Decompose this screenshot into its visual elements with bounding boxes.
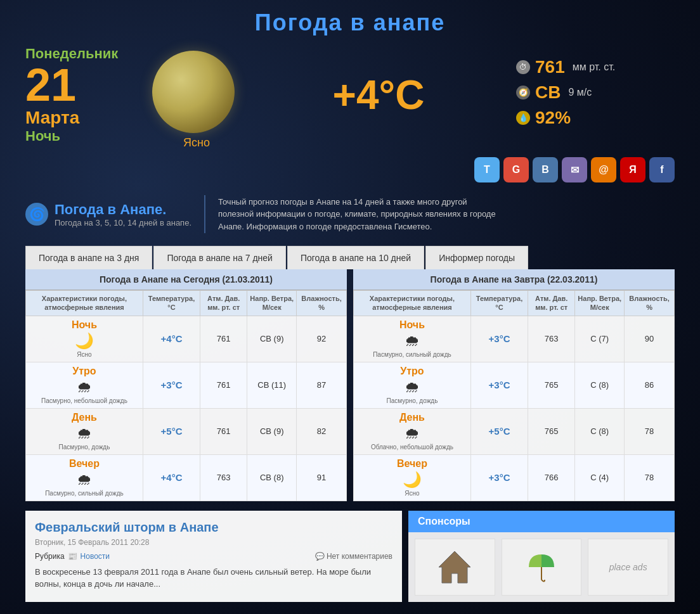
temp-cell: +4°C (143, 316, 200, 362)
sponsor-item-2[interactable] (502, 539, 582, 596)
pressure-cell: 761 (200, 316, 247, 362)
col-pressure: Атм. Дав. мм. рт. ст (528, 291, 575, 316)
pressure-cell: 765 (528, 362, 575, 408)
sponsor-item-3[interactable]: place ads (588, 539, 668, 596)
sponsors-content: place ads (408, 532, 675, 602)
humidity-cell: 91 (297, 454, 347, 501)
wind-direction: СВ (535, 82, 561, 103)
col-temp: Температура, °С (143, 291, 200, 316)
wind-cell: СВ (11) (247, 362, 297, 408)
twitter-button[interactable]: T (474, 157, 500, 182)
month-name: Марта (25, 108, 139, 128)
pressure-cell: 761 (200, 362, 247, 408)
rubrika-label: Рубрика (35, 552, 65, 561)
col-wind: Напр. Ветра, М/сек (575, 291, 625, 316)
wind-cell: СВ (8) (247, 454, 297, 501)
google-button[interactable]: G (503, 157, 529, 182)
today-header: Погода в Анапе на Сегодня (21.03.2011) (25, 269, 347, 290)
logo-subtext: Погода на 3, 5, 10, 14 дней в анапе. (55, 218, 191, 227)
news-comments: 💬 Нет комментариев (315, 552, 392, 561)
tomorrow-header: Погода в Анапе на Завтра (22.03.2011) (353, 269, 675, 290)
pressure-cell: 765 (528, 408, 575, 454)
period-icon-cell: Вечер 🌙 Ясно (354, 454, 471, 501)
news-text: В воскресенье 13 февраля 2011 года в Ана… (35, 566, 392, 591)
pressure-cell: 763 (528, 316, 575, 362)
period-icon-cell: Ночь 🌙 Ясно (26, 316, 143, 362)
wind-cell: С (8) (575, 362, 625, 408)
table-row: Утро 🌧 Пасмурно, дождь +3°C 765 С (8) 86 (354, 362, 675, 408)
top-section: Понедельник 21 Марта Ночь Ясно +4°C ⏱ 76… (0, 39, 700, 151)
social-icons: T G В ✉ @ Я f (0, 151, 700, 189)
umbrella-icon (522, 548, 561, 586)
tab-7days[interactable]: Погода в анапе на 7 дней (153, 246, 285, 269)
wind-icon: 🧭 (516, 86, 530, 99)
mail-button[interactable]: ✉ (562, 157, 587, 182)
news-title: Февральский шторм в Анапе (35, 520, 392, 535)
today-table: Характеристики погоды, атмосферные явлен… (25, 290, 347, 501)
site-logo: 🌀 Погода в Анапе. Погода на 3, 5, 10, 14… (25, 201, 191, 227)
humidity-cell: 78 (625, 454, 675, 501)
humidity-cell: 78 (625, 408, 675, 454)
tab-informer[interactable]: Информер погоды (425, 246, 528, 269)
col-temp: Температура, °С (470, 291, 528, 316)
pressure-icon: ⏱ (516, 60, 530, 74)
period-icon-cell: Вечер 🌧 Пасмурно, сильный дождь (26, 454, 143, 501)
temp-cell: +3°C (470, 316, 528, 362)
mailru-button[interactable]: @ (591, 157, 616, 182)
logo-info: Погода в Анапе. Погода на 3, 5, 10, 14 д… (55, 201, 191, 227)
news-meta: Вторник, 15 Февраль 2011 20:28 (35, 538, 392, 547)
comments-text: Нет комментариев (327, 552, 392, 561)
temp-cell: +5°C (143, 408, 200, 454)
vk-button[interactable]: В (533, 157, 558, 182)
humidity-cell: 92 (297, 316, 347, 362)
col-humidity: Влажность, % (625, 291, 675, 316)
pressure-unit: мм рт. ст. (573, 61, 615, 73)
today-card: Погода в Анапе на Сегодня (21.03.2011) Х… (25, 269, 347, 501)
humidity-cell: 86 (625, 362, 675, 408)
humidity-cell: 82 (297, 408, 347, 454)
svg-marker-0 (439, 551, 470, 583)
nav-tabs: Погода в анапе на 3 дня Погода в анапе н… (25, 246, 675, 269)
col-characteristics: Характеристики погоды, атмосферные явлен… (354, 291, 471, 316)
wind-speed: 9 м/с (568, 87, 592, 98)
house-icon (436, 548, 474, 586)
wind-cell: С (4) (575, 454, 625, 501)
table-row: Вечер 🌧 Пасмурно, сильный дождь +4°C 763… (26, 454, 347, 501)
pressure-cell: 763 (200, 454, 247, 501)
col-wind: Напр. Ветра, М/сек (247, 291, 297, 316)
table-row: День 🌧 Пасмурно, дождь +5°C 761 СВ (9) 8… (26, 408, 347, 454)
yandex-button[interactable]: Я (620, 157, 645, 182)
wind-cell: С (8) (575, 408, 625, 454)
news-rubrika: Рубрика 📰 Новости 💬 Нет комментариев (35, 552, 392, 561)
sponsors-header: Спонсоры (408, 511, 675, 532)
table-row: Ночь 🌧 Пасмурно, сильный дождь +3°C 763 … (354, 316, 675, 362)
pressure-cell: 766 (528, 454, 575, 501)
sponsor-item-1[interactable] (415, 539, 495, 596)
logo-text: Погода в Анапе. (55, 201, 191, 218)
page-title: Погода в анапе (0, 10, 700, 36)
period-icon-cell: День 🌧 Пасмурно, дождь (26, 408, 143, 454)
table-row: День 🌧 Облачно, небольшой дождь +5°C 765… (354, 408, 675, 454)
pressure-value: 761 (535, 57, 565, 77)
place-ads-text: place ads (609, 562, 647, 572)
temp-cell: +3°C (470, 454, 528, 501)
moon-image (152, 51, 235, 133)
stats-block: ⏱ 761 мм рт. ст. 🧭 СВ 9 м/с 💧 92% (516, 57, 675, 133)
humidity-icon: 💧 (516, 111, 530, 125)
wind-cell: С (7) (575, 316, 625, 362)
comment-icon: 💬 (315, 552, 325, 561)
tab-3days[interactable]: Погода в анапе на 3 дня (25, 246, 152, 269)
pressure-cell: 761 (200, 408, 247, 454)
site-description: Точный прогноз погоды в Анапе на 14 дней… (218, 196, 503, 233)
temp-cell: +4°C (143, 454, 200, 501)
moon-container: Ясно (152, 51, 241, 139)
pressure-row: ⏱ 761 мм рт. ст. (516, 57, 675, 77)
weather-condition: Ясно (152, 136, 241, 150)
news-category-link[interactable]: Новости (81, 552, 110, 561)
tab-10days[interactable]: Погода в анапе на 10 дней (287, 246, 424, 269)
temp-cell: +5°C (470, 408, 528, 454)
table-row: Утро 🌧 Пасмурно, небольшой дождь +3°C 76… (26, 362, 347, 408)
facebook-button[interactable]: f (649, 157, 675, 182)
wind-cell: СВ (9) (247, 316, 297, 362)
period-icon-cell: День 🌧 Облачно, небольшой дождь (354, 408, 471, 454)
